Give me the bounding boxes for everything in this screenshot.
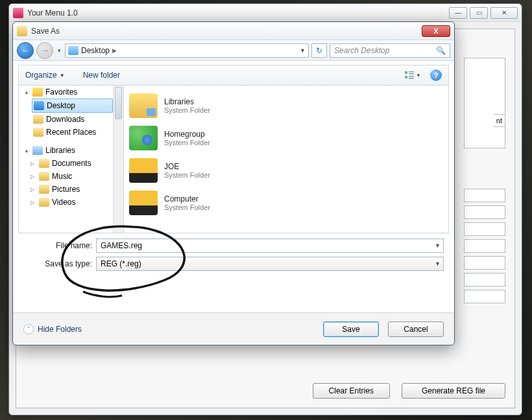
dialog-footer: ˄ Hide Folders Save Cancel (13, 312, 454, 345)
search-icon: 🔍 (436, 46, 446, 55)
history-dropdown[interactable]: ▾ (56, 47, 62, 54)
clear-entries-button[interactable]: Clear Entries (313, 383, 390, 399)
generate-reg-button[interactable]: Generate REG file (402, 383, 505, 399)
text-field[interactable] (464, 222, 505, 236)
tree-libraries[interactable]: ▲Libraries (23, 144, 123, 157)
help-button[interactable]: ? (430, 69, 442, 81)
file-list[interactable]: LibrariesSystem FolderHomegroupSystem Fo… (124, 86, 448, 233)
item-title: JOE (164, 162, 210, 171)
filename-label: File name: (23, 241, 96, 250)
filename-value: GAMES.reg (101, 241, 142, 250)
view-icon (404, 70, 415, 80)
text-field[interactable] (464, 256, 505, 270)
organize-label: Organize (25, 71, 57, 80)
list-item[interactable]: HomegroupSystem Folder (127, 122, 446, 154)
minimize-button[interactable]: — (449, 7, 467, 19)
tab-stub[interactable]: nt (494, 114, 505, 127)
organize-menu[interactable]: Organize ▼ (25, 71, 65, 80)
home-icon (129, 126, 158, 150)
field-rows-stub (464, 189, 505, 307)
item-subtitle: System Folder (164, 106, 210, 114)
item-title: Computer (164, 194, 210, 204)
filename-input[interactable]: GAMES.reg ▼ (96, 239, 444, 253)
toolbar: Organize ▼ New folder ▼ ? (18, 65, 449, 86)
libraries-icon (32, 146, 43, 155)
search-placeholder: Search Desktop (334, 46, 389, 55)
back-button[interactable]: ← (17, 42, 34, 59)
text-field[interactable] (464, 239, 505, 253)
tree-scrollbar[interactable] (113, 86, 123, 233)
arrow-left-icon: ← (21, 45, 30, 55)
svg-rect-4 (409, 76, 414, 77)
tree-pictures[interactable]: ▷Pictures (29, 183, 123, 196)
car-icon (129, 158, 158, 183)
item-title: Libraries (164, 97, 210, 106)
refresh-button[interactable]: ↻ (311, 43, 327, 58)
tree-downloads[interactable]: Downloads (32, 113, 123, 126)
refresh-icon: ↻ (316, 46, 322, 55)
parent-title-text: Your Menu 1.0 (27, 8, 78, 18)
chevron-right-icon[interactable]: ▶ (112, 47, 117, 54)
maximize-button[interactable]: ▭ (470, 7, 488, 19)
hide-folders-toggle[interactable]: ˄ Hide Folders (23, 324, 82, 334)
breadcrumb[interactable]: Desktop (81, 46, 110, 55)
close-button[interactable]: ✕ (490, 7, 518, 19)
folder-icon (39, 185, 49, 194)
view-options-button[interactable] (404, 70, 415, 80)
tree-documents[interactable]: ▷Documents (29, 157, 123, 170)
right-panel-stub: nt (464, 58, 505, 148)
desktop-icon (34, 101, 44, 110)
address-bar[interactable]: Desktop ▶ ▼ (65, 43, 309, 58)
item-subtitle: System Folder (164, 171, 210, 179)
list-item[interactable]: ComputerSystem Folder (127, 187, 446, 219)
svg-rect-1 (409, 71, 414, 73)
forward-button[interactable]: → (36, 42, 53, 59)
chevron-down-icon[interactable]: ▼ (435, 261, 441, 267)
tree-recent[interactable]: Recent Places (32, 126, 123, 139)
text-field[interactable] (464, 273, 505, 286)
saveas-value: REG (*.reg) (101, 259, 141, 268)
cancel-button[interactable]: Cancel (388, 321, 444, 337)
nav-bar: ← → ▾ Desktop ▶ ▼ ↻ Search Desktop 🔍 (13, 40, 454, 61)
dialog-close-button[interactable]: X (422, 25, 450, 37)
new-folder-button[interactable]: New folder (83, 71, 120, 80)
arrow-right-icon: → (41, 45, 49, 55)
text-field[interactable] (464, 189, 505, 202)
form-area: File name: GAMES.reg ▼ Save as type: REG… (23, 239, 444, 271)
saveas-type-select[interactable]: REG (*.reg) ▼ (96, 257, 444, 271)
folder-icon (33, 115, 43, 124)
list-item[interactable]: LibrariesSystem Folder (127, 89, 446, 122)
chevron-up-icon: ˄ (23, 324, 34, 334)
view-dropdown[interactable]: ▼ (416, 73, 421, 78)
chevron-down-icon[interactable]: ▼ (300, 47, 306, 54)
tree-music[interactable]: ▷Music (29, 170, 123, 183)
save-button[interactable]: Save (323, 321, 379, 337)
car-icon (129, 191, 158, 215)
text-field[interactable] (464, 290, 505, 303)
item-subtitle: System Folder (164, 204, 210, 211)
svg-rect-5 (409, 78, 414, 79)
app-icon (13, 8, 23, 18)
svg-rect-3 (405, 76, 407, 78)
dialog-icon (17, 26, 27, 36)
item-title: Homegroup (164, 130, 210, 139)
tree-desktop[interactable]: Desktop (32, 99, 113, 113)
list-item[interactable]: JOESystem Folder (127, 154, 446, 187)
star-icon (32, 88, 43, 97)
item-subtitle: System Folder (164, 139, 210, 146)
tree-videos[interactable]: ▷Videos (29, 196, 123, 209)
parent-titlebar[interactable]: Your Menu 1.0 — ▭ ✕ (9, 4, 522, 22)
saveas-label: Save as type: (23, 259, 96, 268)
dialog-titlebar[interactable]: Save As X (13, 22, 454, 40)
dialog-title-text: Save As (31, 27, 60, 36)
tree-favorites[interactable]: ▲Favorites (23, 86, 123, 99)
svg-rect-2 (409, 73, 414, 75)
search-input[interactable]: Search Desktop 🔍 (330, 43, 450, 58)
text-field[interactable] (464, 205, 505, 219)
hide-folders-label: Hide Folders (38, 325, 82, 334)
svg-rect-0 (405, 71, 407, 74)
nav-tree[interactable]: ▲Favorites Desktop Downloads Recent Plac… (19, 86, 124, 233)
chevron-down-icon[interactable]: ▼ (435, 242, 441, 249)
desktop-icon (68, 46, 79, 55)
scrollbar-thumb[interactable] (115, 87, 122, 119)
